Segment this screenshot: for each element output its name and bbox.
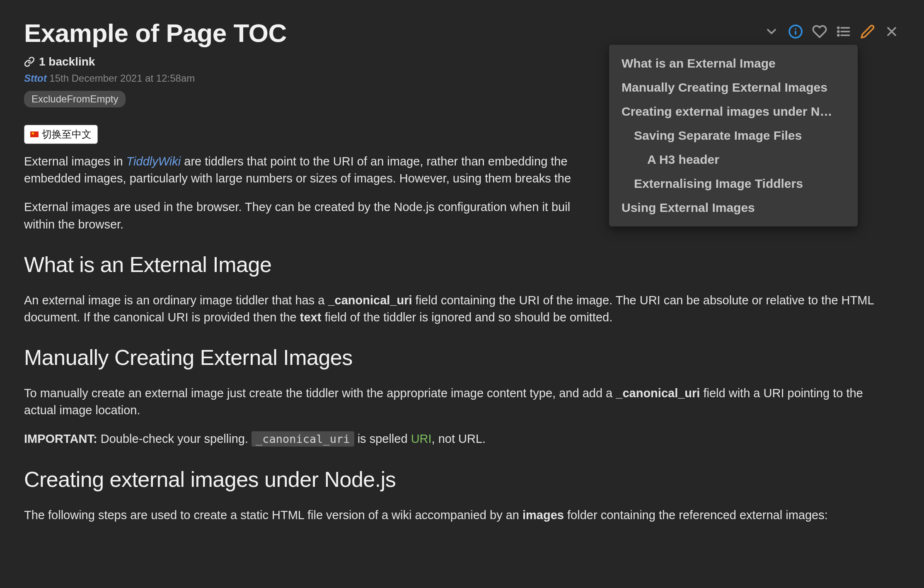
what-paragraph: An external image is an ordinary image t…	[24, 292, 886, 326]
page-title: Example of Page TOC	[24, 18, 287, 48]
china-flag-icon	[30, 131, 39, 137]
toc-item[interactable]: Creating external images under N…	[609, 100, 858, 124]
close-icon[interactable]	[883, 23, 900, 40]
list-icon[interactable]	[835, 23, 852, 40]
toc-popup: What is an External Image Manually Creat…	[609, 45, 858, 226]
tiddlywiki-link[interactable]: TiddlyWiki	[126, 155, 181, 168]
uri-text: URI	[411, 432, 432, 445]
toc-item[interactable]: Saving Separate Image Files	[609, 124, 858, 148]
language-switch-button[interactable]: 切换至中文	[24, 125, 98, 144]
svg-point-6	[838, 27, 839, 29]
svg-point-7	[838, 31, 839, 32]
manual-paragraph-important: IMPORTANT: Double-check your spelling. _…	[24, 430, 886, 447]
tiddler-toolbar	[763, 23, 900, 40]
backlinks-label: 1 backlink	[39, 55, 95, 68]
heading-creating-under-node: Creating external images under Node.js	[24, 467, 900, 492]
heading-manually-creating: Manually Creating External Images	[24, 345, 900, 370]
manual-paragraph-1: To manually create an external image jus…	[24, 385, 886, 419]
toc-item[interactable]: Using External Images	[609, 196, 858, 220]
heart-icon[interactable]	[811, 23, 828, 40]
link-icon	[24, 56, 35, 67]
toc-item[interactable]: What is an External Image	[609, 51, 858, 75]
author-link[interactable]: Sttot	[24, 73, 47, 84]
heading-what-is-external-image: What is an External Image	[24, 252, 900, 277]
code-canonical-uri: _canonical_uri	[252, 431, 354, 447]
timestamp: 15th December 2021 at 12:58am	[49, 73, 195, 84]
svg-point-8	[838, 35, 839, 36]
tag-pill[interactable]: ExcludeFromEmpty	[24, 91, 126, 107]
toc-item[interactable]: Manually Creating External Images	[609, 75, 858, 100]
chevron-down-icon[interactable]	[763, 23, 780, 40]
language-switch-label: 切换至中文	[42, 128, 92, 141]
edit-icon[interactable]	[859, 23, 876, 40]
toc-item[interactable]: A H3 header	[609, 148, 858, 172]
node-paragraph-1: The following steps are used to create a…	[24, 507, 886, 524]
toc-item[interactable]: Externalising Image Tiddlers	[609, 172, 858, 196]
info-icon[interactable]	[787, 23, 804, 40]
